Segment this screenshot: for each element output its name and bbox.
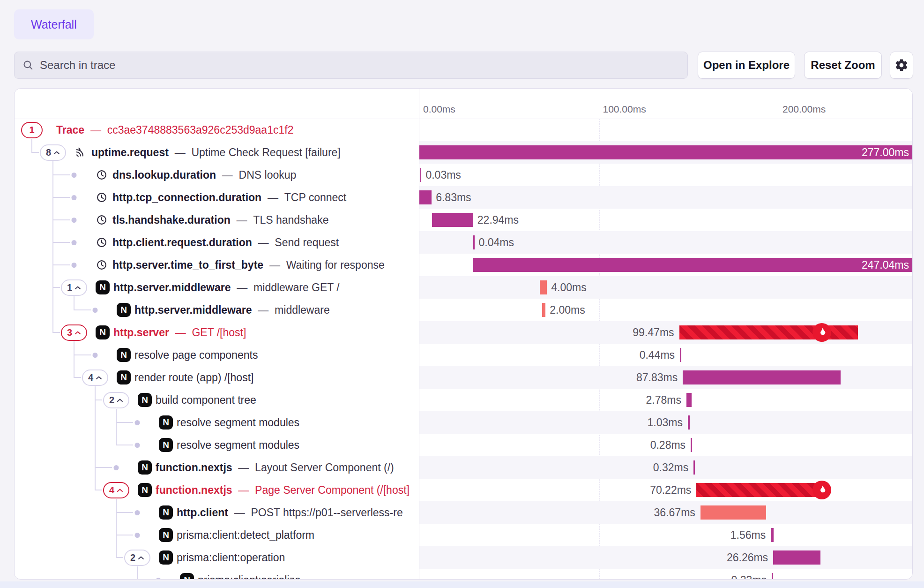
span-row[interactable]: 3Nhttp.server — GET /[host]: [15, 321, 419, 344]
span-children-count-pill[interactable]: 2: [103, 392, 129, 408]
open-in-explore-label: Open in Explore: [703, 59, 790, 72]
span-children-count-pill[interactable]: 4: [82, 369, 108, 386]
tree-timeline-divider[interactable]: [419, 89, 419, 579]
span-bullet-icon: [135, 510, 140, 515]
span-bullet-icon: [72, 240, 77, 245]
reset-zoom-button[interactable]: Reset Zoom: [804, 52, 882, 79]
span-duration-bar[interactable]: 277.00ms: [419, 145, 912, 159]
tree-connector-line: [74, 296, 75, 310]
span-duration-bar[interactable]: 247.04ms: [473, 258, 912, 272]
span-children-count-pill[interactable]: 1: [61, 279, 87, 296]
span-row[interactable]: Nprisma:client:detect_platform: [15, 524, 419, 546]
search-input[interactable]: [40, 59, 680, 72]
tree-connector-line: [116, 557, 123, 558]
tree-connector-line: [137, 566, 138, 579]
duration-label: 1.03ms: [648, 411, 683, 434]
span-row[interactable]: http.server.time_to_first_byte — Waiting…: [15, 254, 419, 276]
span-name: build component tree: [156, 389, 256, 411]
span-children-count-pill[interactable]: 3: [61, 324, 87, 341]
tree-connector-line: [53, 332, 60, 333]
span-duration-bar[interactable]: [680, 348, 681, 362]
tree-connector-line: [53, 242, 70, 243]
tree-connector-line: [74, 377, 81, 378]
span-duration-bar[interactable]: [700, 505, 767, 520]
search-bar[interactable]: [14, 52, 688, 79]
span-children-count-pill[interactable]: 4: [103, 482, 129, 498]
tab-waterfall[interactable]: Waterfall: [14, 9, 94, 39]
span-row[interactable]: http.tcp_connection.duration — TCP conne…: [15, 186, 419, 209]
duration-clock-icon: [96, 169, 108, 183]
nextjs-icon: N: [159, 550, 173, 565]
span-children-count-pill[interactable]: 2: [124, 550, 150, 566]
tree-connector-line: [31, 139, 32, 153]
children-count: 2: [130, 552, 135, 563]
duration-label: 6.83ms: [436, 186, 471, 209]
span-row[interactable]: Nresolve segment modules: [15, 434, 419, 456]
span-row[interactable]: 8uptime.request — Uptime Check Request […: [15, 141, 419, 164]
nextjs-icon: N: [159, 438, 173, 452]
span-duration-bar[interactable]: [688, 415, 690, 430]
nextjs-icon: N: [138, 483, 152, 497]
nextjs-icon: N: [159, 415, 173, 430]
span-duration-bar[interactable]: [771, 528, 774, 542]
trace-row[interactable]: 1Trace — cc3ae3748883563a926c253d9aa1c1f…: [15, 119, 419, 141]
open-in-explore-button[interactable]: Open in Explore: [698, 52, 795, 79]
span-duration-bar[interactable]: [772, 573, 773, 579]
timeline-tick-label: 0.00ms: [423, 104, 455, 115]
children-count: 1: [29, 125, 34, 136]
nextjs-icon: N: [159, 505, 173, 520]
span-name: resolve segment modules: [177, 411, 299, 434]
toolbar: Open in Explore Reset Zoom: [14, 52, 913, 79]
span-row[interactable]: 2Nprisma:client:operation: [15, 546, 419, 569]
span-row[interactable]: Nresolve segment modules: [15, 411, 419, 434]
tree-connector-line: [52, 161, 53, 333]
chevron-up-icon: [53, 151, 60, 155]
span-name: http.server.time_to_first_byte — Waiting…: [112, 254, 385, 276]
span-duration-bar[interactable]: [542, 303, 546, 317]
span-duration-bar[interactable]: [432, 213, 473, 227]
span-bullet-icon: [135, 443, 140, 448]
span-bullet-icon: [72, 218, 77, 223]
span-children-count-pill[interactable]: 8: [40, 144, 66, 161]
settings-button[interactable]: [890, 52, 913, 79]
tree-connector-line: [53, 287, 60, 288]
span-duration-bar[interactable]: [420, 168, 422, 182]
chevron-up-icon: [117, 488, 123, 492]
span-duration-bar[interactable]: [540, 280, 547, 294]
span-bullet-icon: [72, 173, 77, 178]
span-duration-bar[interactable]: [419, 190, 432, 204]
span-children-count-pill[interactable]: 1: [21, 122, 43, 138]
span-row[interactable]: Nfunction.nextjs — Layout Server Compone…: [15, 456, 419, 479]
tree-connector-line: [74, 309, 91, 310]
span-duration-bar[interactable]: [773, 550, 820, 565]
span-duration-bar[interactable]: [473, 235, 475, 249]
span-row[interactable]: 4Nfunction.nextjs — Page Server Componen…: [15, 479, 419, 501]
span-row[interactable]: http.client.request.duration — Send requ…: [15, 231, 419, 254]
span-bullet-icon: [93, 308, 98, 313]
nextjs-icon: N: [96, 325, 110, 339]
span-duration-bar[interactable]: [686, 393, 692, 407]
timeline-row-stripe: [419, 569, 912, 579]
span-duration-bar[interactable]: [693, 460, 695, 475]
duration-label: 99.47ms: [633, 321, 674, 344]
duration-label: 4.00ms: [551, 276, 586, 299]
tab-waterfall-label: Waterfall: [31, 18, 77, 31]
span-row[interactable]: Nprisma:client:serialize: [15, 569, 419, 579]
timeline-row-stripe: [419, 276, 912, 299]
timeline-panel[interactable]: 0.00ms100.00ms200.00ms 277.00ms0.03ms6.8…: [419, 89, 912, 579]
tree-connector-line: [53, 197, 70, 198]
chevron-up-icon: [75, 331, 81, 335]
span-duration-bar[interactable]: [691, 438, 692, 452]
span-row[interactable]: tls.handshake.duration — TLS handshake: [15, 209, 419, 231]
span-duration-bar[interactable]: [696, 483, 822, 497]
span-row[interactable]: dns.lookup.duration — DNS lookup: [15, 164, 419, 186]
span-row[interactable]: Nhttp.client — POST https://p01--serverl…: [15, 501, 419, 524]
nextjs-icon: N: [117, 303, 131, 317]
span-row[interactable]: 2Nbuild component tree: [15, 389, 419, 411]
duration-clock-icon: [96, 191, 108, 205]
children-count: 4: [109, 485, 114, 496]
children-count: 8: [46, 147, 51, 158]
span-duration-bar[interactable]: [683, 370, 841, 384]
span-row[interactable]: 1Nhttp.server.middleware — middleware GE…: [15, 276, 419, 299]
search-icon: [22, 59, 34, 71]
